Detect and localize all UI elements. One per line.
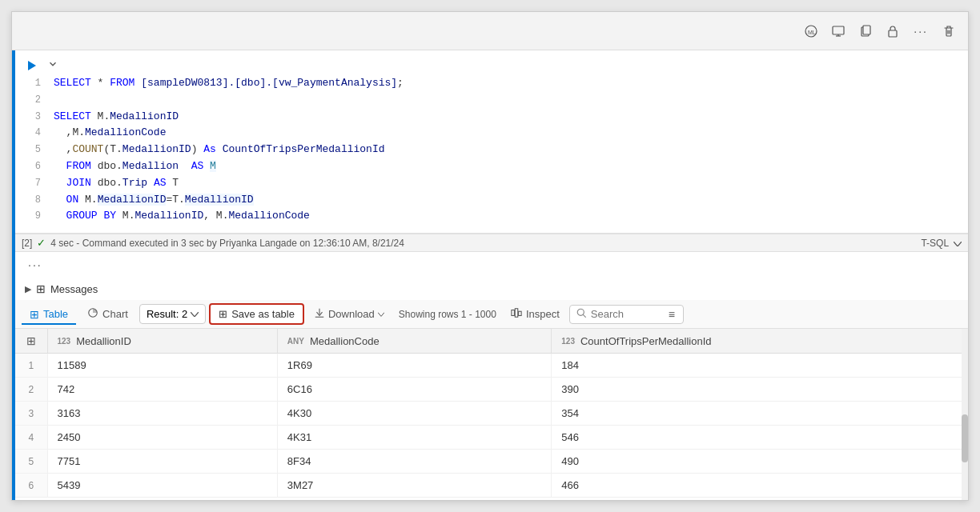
more-section: ··· [15, 252, 968, 278]
code-line-9: 9 GROUP BY M.MedallionID, M.MedallionCod… [15, 208, 968, 225]
save-as-table-button[interactable]: ⊞ Save as table [209, 303, 304, 325]
svg-rect-16 [515, 309, 518, 318]
cell-ref: [2] [22, 238, 32, 249]
svg-rect-15 [512, 310, 515, 316]
row-number: 1 [15, 354, 47, 378]
delete-button[interactable] [938, 22, 960, 41]
chart-tab[interactable]: Chart [79, 303, 136, 325]
table-tab-label: Table [43, 308, 68, 320]
scrollbar-thumb[interactable] [962, 414, 968, 462]
svg-line-19 [583, 314, 585, 317]
filter-icon: ≡ [669, 308, 675, 321]
results-toolbar: ⊞ Table Chart Result: 2 [15, 300, 968, 329]
save-as-table-icon: ⊞ [219, 308, 227, 320]
download-button[interactable]: Download [307, 303, 391, 325]
search-input[interactable] [591, 308, 663, 320]
table-row: 6 5439 3M27 466 [15, 474, 968, 498]
table-icon: ⊞ [36, 282, 46, 295]
code-line-8: 8 ON M.MedallionID=T.MedallionID [15, 192, 968, 209]
scrollbar-track[interactable] [962, 329, 968, 500]
medallion-id-cell: 7751 [47, 450, 277, 474]
row-number: 2 [15, 378, 47, 402]
row-number: 5 [15, 450, 47, 474]
more-options-button[interactable]: ··· [909, 22, 933, 41]
table-tab[interactable]: ⊞ Table [22, 304, 76, 325]
chart-tab-icon [87, 307, 98, 321]
medallion-code-cell: 1R69 [277, 354, 551, 378]
code-line-5: 5 ,COUNT(T.MedallionID) As CountOfTripsP… [15, 142, 968, 158]
lock-button[interactable] [882, 22, 904, 41]
medallion-code-header: ANY MedallionCode [277, 329, 551, 354]
main-area: 1 SELECT * FROM [sampleDW0813].[dbo].[vw… [12, 50, 968, 500]
collapse-button[interactable] [44, 57, 62, 74]
search-box[interactable]: ≡ [569, 305, 684, 324]
medallion-id-cell: 742 [47, 378, 277, 402]
ml-button[interactable]: ML [800, 22, 822, 41]
top-toolbar: ML ··· [12, 12, 968, 50]
medallion-code-cell: 3M27 [277, 474, 551, 498]
download-label: Download [328, 308, 375, 320]
table-row: 4 2450 4K31 546 [15, 426, 968, 450]
expand-icon: ▶ [25, 284, 31, 294]
main-window: ML ··· [11, 11, 969, 501]
svg-marker-10 [28, 61, 36, 70]
code-editor: 1 SELECT * FROM [sampleDW0813].[dbo].[vw… [15, 50, 968, 234]
status-message: 4 sec - Command executed in 3 sec by Pri… [50, 238, 404, 249]
filter-icon-button[interactable]: ≡ [667, 308, 677, 321]
row-number-header: ⊞ [15, 329, 47, 354]
result-select[interactable]: Result: 2 [139, 304, 206, 324]
search-icon [576, 308, 587, 321]
code-line-6: 6 FROM dbo.Medallion AS M [15, 158, 968, 175]
messages-label: Messages [50, 283, 98, 295]
messages-row[interactable]: ▶ ⊞ Messages [15, 278, 968, 300]
table-row: 1 11589 1R69 184 [15, 354, 968, 378]
language-indicator: T-SQL [921, 238, 962, 249]
data-table: ⊞ 123 MedallionID ANY [15, 329, 968, 498]
count-cell: 354 [552, 402, 968, 426]
medallion-id-header: 123 MedallionID [47, 329, 277, 354]
svg-point-18 [577, 309, 584, 315]
save-as-table-label: Save as table [231, 308, 295, 320]
medallion-id-cell: 3163 [47, 402, 277, 426]
row-number: 3 [15, 402, 47, 426]
medallion-id-cell: 5439 [47, 474, 277, 498]
medallion-id-cell: 11589 [47, 354, 277, 378]
screen-icon-button[interactable] [827, 22, 849, 41]
run-button[interactable] [22, 58, 41, 74]
inspect-icon [511, 307, 522, 321]
inspect-button[interactable]: Inspect [504, 303, 566, 325]
duplicate-button[interactable] [854, 22, 877, 41]
showing-rows-label: Showing rows 1 - 1000 [394, 309, 501, 320]
code-line-2: 2 [15, 92, 968, 109]
count-cell: 546 [552, 426, 968, 450]
download-icon [314, 307, 325, 321]
status-check-icon: ✓ [37, 237, 46, 249]
table-row: 3 3163 4K30 354 [15, 402, 968, 426]
table-header-row: ⊞ 123 MedallionID ANY [15, 329, 968, 354]
count-header: 123 CountOfTripsPerMedallionId [552, 329, 968, 354]
inspect-label: Inspect [526, 308, 560, 320]
svg-rect-7 [889, 30, 897, 37]
code-lines: 1 SELECT * FROM [sampleDW0813].[dbo].[vw… [15, 75, 968, 228]
row-number: 6 [15, 474, 47, 498]
chart-tab-label: Chart [102, 308, 128, 320]
code-line-3: 3 SELECT M.MedallionID [15, 109, 968, 126]
code-line-4: 4 ,M.MedallionCode [15, 125, 968, 142]
medallion-code-cell: 4K31 [277, 426, 551, 450]
more-dots-button[interactable]: ··· [22, 255, 49, 274]
code-line-1: 1 SELECT * FROM [sampleDW0813].[dbo].[vw… [15, 75, 968, 92]
medallion-code-cell: 6C16 [277, 378, 551, 402]
svg-rect-17 [519, 311, 522, 315]
medallion-id-cell: 2450 [47, 426, 277, 450]
medallion-code-cell: 4K30 [277, 402, 551, 426]
table-row: 2 742 6C16 390 [15, 378, 968, 402]
data-table-container: ⊞ 123 MedallionID ANY [15, 329, 968, 500]
content-area: 1 SELECT * FROM [sampleDW0813].[dbo].[vw… [15, 50, 968, 500]
count-cell: 490 [552, 450, 968, 474]
row-number: 4 [15, 426, 47, 450]
table-row: 5 7751 8F34 490 [15, 450, 968, 474]
count-cell: 466 [552, 474, 968, 498]
svg-rect-6 [863, 26, 870, 34]
code-run-bar [15, 55, 968, 75]
count-cell: 390 [552, 378, 968, 402]
